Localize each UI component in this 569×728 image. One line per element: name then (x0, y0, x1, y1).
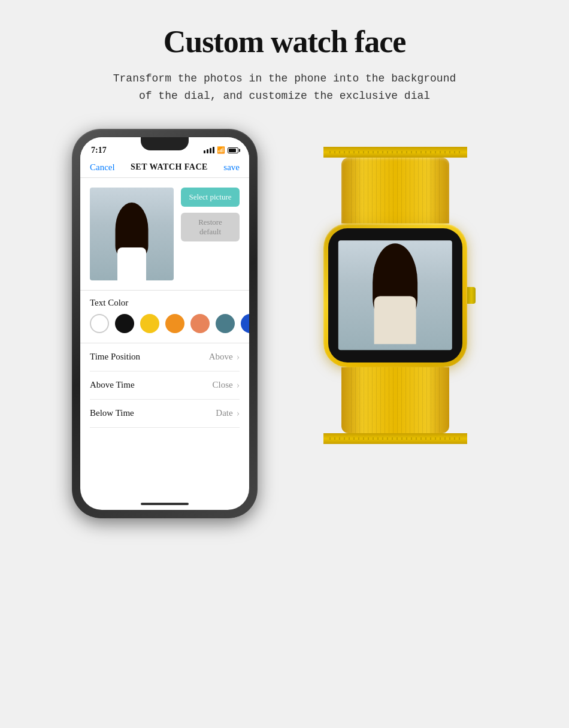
phone-header: Cancel SET WATCH FACE save (80, 160, 249, 178)
text-color-label: Text Color (90, 298, 240, 308)
phone-status-icons: 📶 (204, 146, 238, 154)
smartwatch (293, 147, 497, 444)
below-time-label: Below Time (90, 408, 134, 418)
restore-default-button[interactable]: Restore default (181, 213, 240, 241)
phone-notch (141, 137, 189, 150)
color-dots (90, 314, 240, 333)
image-area: Select picture Restore default (90, 188, 240, 280)
watch-screen (328, 228, 462, 363)
phone-screen-title: SET WATCH FACE (131, 162, 208, 172)
battery-icon (228, 147, 238, 153)
above-time-row[interactable]: Above Time Close › (90, 371, 240, 400)
band-top-connector (323, 147, 467, 158)
photo-buttons: Select picture Restore default (181, 188, 240, 241)
color-orange[interactable] (165, 314, 184, 333)
time-position-row[interactable]: Time Position Above › (90, 343, 240, 371)
watch-band-bottom (341, 367, 449, 433)
cancel-button[interactable]: Cancel (90, 162, 115, 173)
watch-face-photo (90, 188, 174, 280)
main-title: Custom watch face (164, 24, 406, 59)
time-position-value: Above › (209, 352, 240, 363)
above-time-label: Above Time (90, 380, 135, 390)
below-time-value: Date › (216, 408, 240, 419)
phone: 7:17 📶 Cancel SET WATCH FA (72, 129, 258, 518)
watch-band-top (341, 158, 449, 223)
phone-inner: 7:17 📶 Cancel SET WATCH FA (80, 137, 249, 510)
subtitle: Transform the photos in the phone into t… (113, 70, 456, 105)
chevron-icon-2: › (237, 380, 240, 391)
color-yellow[interactable] (140, 314, 159, 333)
phone-outer: 7:17 📶 Cancel SET WATCH FA (72, 129, 258, 518)
divider-1 (80, 290, 249, 291)
above-time-value: Close › (213, 380, 240, 391)
watch-girl-image (338, 240, 452, 351)
save-button[interactable]: save (223, 162, 240, 173)
color-white[interactable] (90, 314, 109, 333)
band-bottom-connector (323, 433, 467, 444)
time-position-text: Above (209, 352, 233, 362)
phone-time: 7:17 (91, 146, 107, 155)
color-teal[interactable] (216, 314, 235, 333)
select-picture-button[interactable]: Select picture (181, 188, 240, 207)
signal-bars-icon (204, 147, 214, 153)
phone-status-bar: 7:17 📶 (80, 137, 249, 160)
color-blue[interactable] (241, 314, 249, 333)
content-row: 7:17 📶 Cancel SET WATCH FA (24, 129, 545, 518)
time-position-label: Time Position (90, 352, 140, 362)
chevron-icon: › (237, 352, 240, 363)
above-time-text: Close (213, 380, 233, 390)
page-container: Custom watch face Transform the photos i… (0, 0, 569, 728)
band-top-connector-lines (329, 151, 461, 153)
girl-image (108, 203, 156, 280)
home-bar (141, 503, 189, 505)
watch-photo (338, 240, 452, 351)
color-black[interactable] (115, 314, 134, 333)
wifi-icon: 📶 (217, 146, 225, 154)
watch-crown (467, 287, 476, 304)
phone-body: Select picture Restore default Text Colo… (80, 178, 249, 499)
color-salmon[interactable] (190, 314, 210, 333)
watch-case (323, 223, 467, 367)
below-time-row[interactable]: Below Time Date › (90, 400, 240, 428)
band-bottom-connector-lines (329, 437, 461, 440)
below-time-text: Date (216, 408, 232, 418)
chevron-icon-3: › (237, 408, 240, 419)
